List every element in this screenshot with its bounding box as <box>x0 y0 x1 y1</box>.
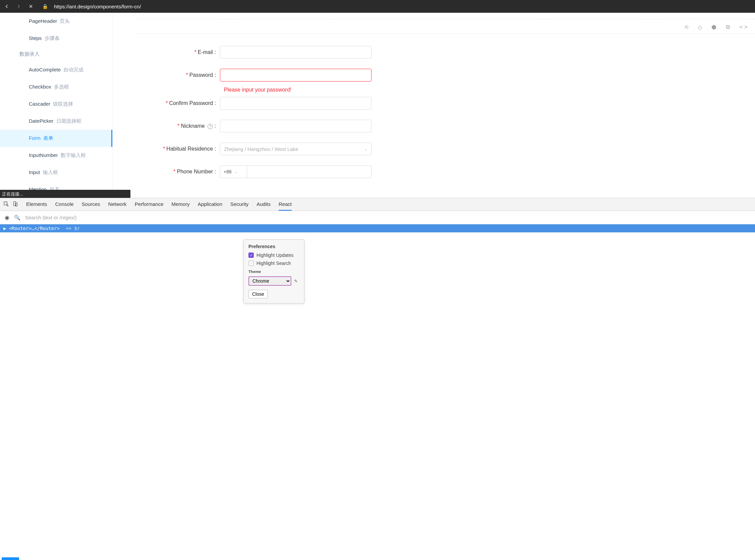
nickname-label: *Nickname ? : <box>137 123 220 129</box>
password-input[interactable] <box>220 69 371 81</box>
tab-react[interactable]: React <box>279 198 292 202</box>
tab-console[interactable]: Console <box>55 198 74 202</box>
tab-security[interactable]: Security <box>230 198 248 202</box>
sidebar-item-steps[interactable]: Steps 步骤条 <box>0 30 112 47</box>
phone-label: *Phone Number : <box>137 169 220 175</box>
tab-application[interactable]: Application <box>198 198 222 202</box>
residence-select[interactable]: Zhejiang / Hangzhou / West Lake⌄ <box>220 142 371 155</box>
email-label: *E-mail : <box>137 49 220 55</box>
sidebar-item-datepicker[interactable]: DatePicker 日期选择框 <box>0 113 112 130</box>
password-label: *Password : <box>137 72 220 78</box>
sidebar-item-checkbox[interactable]: Checkbox 多选框 <box>0 78 112 96</box>
sidebar-item-cascader[interactable]: Cascader 级联选择 <box>0 96 112 113</box>
copy-icon[interactable]: ⧉ <box>726 24 730 31</box>
tab-audits[interactable]: Audits <box>257 198 270 202</box>
demo-actions: ⎋ ◇ ⬢ ⧉ < > <box>137 19 755 34</box>
back-button[interactable] <box>3 2 11 11</box>
sidebar-item-inputnumber[interactable]: InputNumber 数字输入框 <box>0 147 112 164</box>
password-error: Please input your password! <box>137 84 755 93</box>
svg-rect-3 <box>14 202 16 202</box>
sidebar: PageHeader 页头 Steps 步骤条 数据录入 AutoComplet… <box>0 13 113 202</box>
sidebar-item-form[interactable]: Form 表单 <box>0 130 112 147</box>
residence-label: *Habitual Residence : <box>137 146 220 152</box>
nickname-input[interactable] <box>220 120 371 133</box>
confirm-label: *Confirm Password : <box>137 100 220 106</box>
sidebar-item-pageheader[interactable]: PageHeader 页头 <box>0 13 112 30</box>
url-bar[interactable]: https://ant.design/components/form-cn/ <box>54 4 141 9</box>
device-icon[interactable] <box>13 201 18 202</box>
chevron-down-icon: ⌄ <box>234 169 238 174</box>
code-toggle-icon[interactable]: < > <box>739 24 748 31</box>
inspect-icon[interactable] <box>3 201 9 202</box>
help-icon[interactable]: ? <box>207 124 213 129</box>
confirm-input[interactable] <box>220 97 371 109</box>
email-input[interactable] <box>220 46 371 59</box>
status-tooltip: 正在连接... <box>0 190 130 199</box>
riddle-icon[interactable]: ⎋ <box>685 24 688 31</box>
chevron-down-icon: ⌄ <box>364 146 367 151</box>
sidebar-item-input[interactable]: Input 输入框 <box>0 164 112 181</box>
codepen-icon[interactable]: ◇ <box>698 24 702 31</box>
browser-toolbar: 🔒 https://ant.design/components/form-cn/ <box>0 0 755 13</box>
lock-icon: 🔒 <box>42 4 48 9</box>
content: ⎋ ◇ ⬢ ⧉ < > *E-mail : *Password : Please… <box>113 13 755 202</box>
tab-elements[interactable]: Elements <box>26 198 47 202</box>
devtools-toolbar: Elements Console Sources Network Perform… <box>0 198 755 202</box>
phone-prefix-select[interactable]: +86⌄ <box>220 165 247 178</box>
forward-button[interactable] <box>15 2 23 11</box>
tab-memory[interactable]: Memory <box>172 198 190 202</box>
tab-performance[interactable]: Performance <box>135 198 164 202</box>
tab-network[interactable]: Network <box>108 198 127 202</box>
stop-button[interactable] <box>27 2 35 11</box>
registration-form: *E-mail : *Password : Please input your … <box>137 34 755 178</box>
tab-sources[interactable]: Sources <box>82 198 100 202</box>
phone-input[interactable] <box>247 165 371 178</box>
sidebar-item-autocomplete[interactable]: AutoComplete 自动完成 <box>0 61 112 78</box>
devtools: Elements Console Sources Network Perform… <box>0 198 755 202</box>
sidebar-group: 数据录入 <box>0 47 112 61</box>
codesandbox-icon[interactable]: ⬢ <box>711 24 716 31</box>
